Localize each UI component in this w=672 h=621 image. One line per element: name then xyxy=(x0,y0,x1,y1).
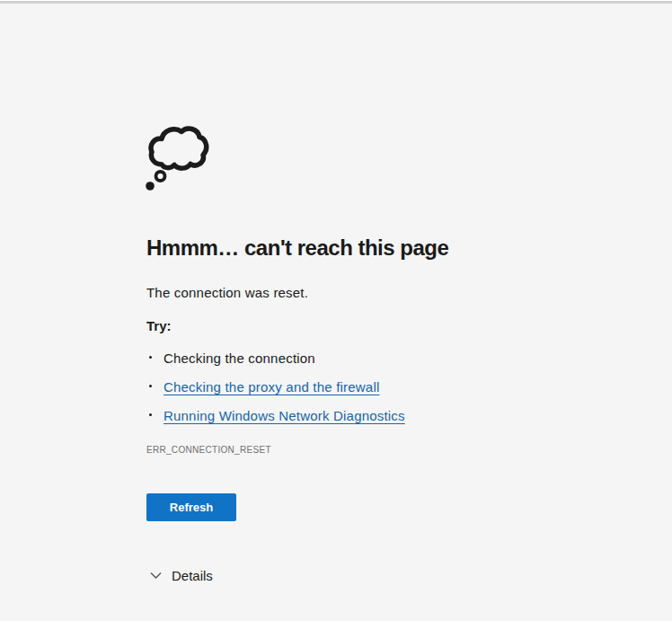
error-code: ERR_CONNECTION_RESET xyxy=(146,445,271,455)
chevron-down-icon xyxy=(150,567,162,583)
refresh-button[interactable]: Refresh xyxy=(146,493,236,521)
details-toggle[interactable]: Details xyxy=(146,565,213,585)
bullet-dot xyxy=(149,385,152,387)
link-check-proxy-firewall[interactable]: Checking the proxy and the firewall xyxy=(164,379,379,395)
error-page: Hmmm… can't reach this page The connecti… xyxy=(0,0,672,621)
link-run-network-diagnostics[interactable]: Running Windows Network Diagnostics xyxy=(164,408,405,423)
try-label: Try: xyxy=(146,318,172,333)
bullet-dot xyxy=(149,356,152,359)
thought-bubble-icon xyxy=(145,123,209,191)
bullet-dot xyxy=(149,413,152,416)
suggestion-check-connection: Checking the connection xyxy=(164,350,315,366)
details-label: Details xyxy=(172,568,213,583)
error-message: The connection was reset. xyxy=(146,285,308,300)
page-title: Hmmm… can't reach this page xyxy=(146,235,448,261)
